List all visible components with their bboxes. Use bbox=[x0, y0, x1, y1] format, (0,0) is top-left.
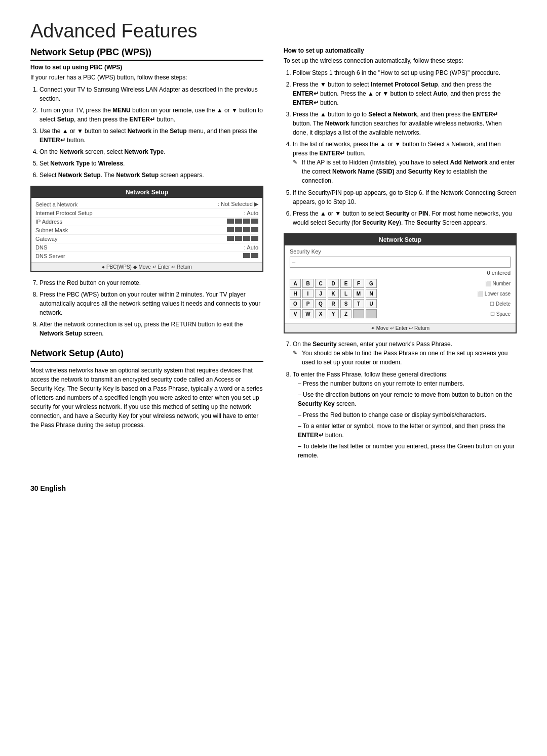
key-Q[interactable]: Q bbox=[315, 299, 326, 308]
keyboard-row-2: H I J K L M N ⬜ Lower case bbox=[290, 289, 511, 298]
security-box-footer: ✦ Move ↵ Enter ↩ Return bbox=[285, 323, 516, 332]
auto-step-8: To enter the Pass Phrase, follow these g… bbox=[293, 370, 517, 460]
auto-intro: To set up the wireless connection automa… bbox=[284, 56, 517, 65]
key-U[interactable]: U bbox=[366, 299, 377, 308]
key-Z[interactable]: Z bbox=[340, 309, 351, 318]
dash-instruction-3: Press the Red button to change case or d… bbox=[298, 410, 517, 419]
key-B[interactable]: B bbox=[302, 279, 314, 288]
auto-step-3: Press the ▲ button to go to Select a Net… bbox=[293, 110, 517, 137]
pbc-steps-list: Connect your TV to Samsung Wireless LAN … bbox=[30, 85, 263, 180]
dash-instruction-1: Press the number buttons on your remote … bbox=[298, 379, 517, 388]
security-key-label: Security Key bbox=[290, 248, 511, 255]
key-G[interactable]: G bbox=[366, 279, 377, 288]
auto-step-6: Press the ▲ or ▼ button to select Securi… bbox=[293, 209, 517, 227]
keyboard-row-3: O P Q R S T U ☐ Delete bbox=[290, 299, 511, 308]
key-J[interactable]: J bbox=[315, 289, 326, 298]
network-row-dns-server: DNS Server bbox=[35, 252, 258, 260]
section-title-pbc: Network Setup (PBC (WPS)) bbox=[30, 47, 263, 61]
pbc-step-7: Press the Red button on your remote. bbox=[40, 278, 263, 287]
key-K[interactable]: K bbox=[328, 289, 339, 298]
network-setup-box: Network Setup Select a Network : Not Sel… bbox=[30, 186, 263, 272]
key-C[interactable]: C bbox=[315, 279, 326, 288]
subsection-auto-title: How to set up automatically bbox=[284, 47, 517, 54]
key-L[interactable]: L bbox=[340, 289, 351, 298]
network-label-protocol: Internet Protocol Setup bbox=[35, 210, 106, 216]
network-row-subnet: Subnet Mask bbox=[35, 226, 258, 235]
page-number: 30 English bbox=[30, 484, 517, 492]
keyboard-row-1: A B C D E F G ⬜ Number bbox=[290, 279, 511, 288]
network-label-gateway: Gateway bbox=[35, 236, 106, 242]
key-O[interactable]: O bbox=[290, 299, 301, 308]
hint-space: ☐ Space bbox=[490, 311, 511, 317]
pbc-step-1: Connect your TV to Samsung Wireless LAN … bbox=[40, 85, 263, 103]
pbc-step-6: Select Network Setup. The Network Setup … bbox=[40, 171, 263, 180]
network-row-select: Select a Network : Not Selected ▶ bbox=[35, 200, 258, 209]
pbc-step-3: Use the ▲ or ▼ button to select Network … bbox=[40, 127, 263, 145]
key-T[interactable]: T bbox=[353, 299, 364, 308]
network-box-body: Select a Network : Not Selected ▶ Intern… bbox=[31, 198, 262, 262]
pbc-step-2: Turn on your TV, press the MENU button o… bbox=[40, 106, 263, 124]
network-row-gateway: Gateway bbox=[35, 235, 258, 243]
network-value-dns-server bbox=[243, 253, 258, 259]
auto-step-7: On the Security screen, enter your netwo… bbox=[293, 340, 517, 367]
network-box-footer: ● PBC(WPS) ◆ Move ↵ Enter ↩ Return bbox=[31, 262, 262, 271]
keyboard-grid: A B C D E F G ⬜ Number H I bbox=[290, 279, 511, 318]
auto-step-4: In the list of networks, press the ▲ or … bbox=[293, 140, 517, 185]
hint-number: ⬜ Number bbox=[485, 281, 511, 286]
network-row-ip: IP Address bbox=[35, 218, 258, 226]
key-blank-2[interactable] bbox=[366, 309, 377, 318]
key-V[interactable]: V bbox=[290, 309, 301, 318]
network-value-ip bbox=[227, 219, 258, 225]
auto-steps-list: Follow Steps 1 through 6 in the "How to … bbox=[284, 68, 517, 227]
network-box-header: Network Setup bbox=[31, 187, 262, 198]
key-blank-1[interactable] bbox=[353, 309, 364, 318]
key-E[interactable]: E bbox=[340, 279, 351, 288]
key-N[interactable]: N bbox=[366, 289, 377, 298]
key-group-3: O P Q R S T U bbox=[290, 299, 377, 308]
network-label-dns: DNS bbox=[35, 244, 106, 250]
note-passphrase: You should be able to find the Pass Phra… bbox=[293, 349, 517, 367]
network-value-protocol: : Auto bbox=[244, 210, 258, 216]
pbc-step-4: On the Network screen, select Network Ty… bbox=[40, 147, 263, 156]
key-P[interactable]: P bbox=[302, 299, 314, 308]
key-I[interactable]: I bbox=[302, 289, 314, 298]
auto-step-2: Press the ▼ button to select Internet Pr… bbox=[293, 80, 517, 107]
security-key-input-field: – bbox=[290, 257, 511, 268]
key-A[interactable]: A bbox=[290, 279, 301, 288]
key-X[interactable]: X bbox=[315, 309, 326, 318]
keyboard-row-4: V W X Y Z ☐ Space bbox=[290, 309, 511, 318]
left-column: Network Setup (PBC (WPS)) How to set up … bbox=[30, 47, 263, 464]
security-entered: 0 entered bbox=[290, 270, 511, 276]
key-S[interactable]: S bbox=[340, 299, 351, 308]
auto-step-1: Follow Steps 1 through 6 in the "How to … bbox=[293, 68, 517, 77]
key-F[interactable]: F bbox=[353, 279, 364, 288]
key-H[interactable]: H bbox=[290, 289, 301, 298]
network-label-subnet: Subnet Mask bbox=[35, 227, 106, 233]
key-D[interactable]: D bbox=[328, 279, 339, 288]
security-box-header: Network Setup bbox=[285, 234, 516, 245]
key-M[interactable]: M bbox=[353, 289, 364, 298]
key-W[interactable]: W bbox=[302, 309, 314, 318]
auto-body: Most wireless networks have an optional … bbox=[30, 366, 263, 430]
key-R[interactable]: R bbox=[328, 299, 339, 308]
network-value-dns: : Auto bbox=[244, 244, 258, 250]
key-Y[interactable]: Y bbox=[328, 309, 339, 318]
network-label-ip: IP Address bbox=[35, 219, 106, 225]
dash-instruction-5: To delete the last letter or number you … bbox=[298, 442, 517, 460]
subsection-pbc-title: How to set up using PBC (WPS) bbox=[30, 64, 263, 71]
auto-steps-post: On the Security screen, enter your netwo… bbox=[284, 340, 517, 460]
security-box-body: Security Key – 0 entered A B C D E F bbox=[285, 245, 516, 323]
page-title: Advanced Features bbox=[30, 20, 517, 42]
pbc-intro: If your router has a PBC (WPS) button, f… bbox=[30, 73, 263, 82]
network-label-dns-server: DNS Server bbox=[35, 253, 106, 259]
dash-instructions-list: Press the number buttons on your remote … bbox=[293, 379, 517, 460]
network-value-subnet bbox=[227, 227, 258, 233]
pbc-step-8: Press the PBC (WPS) button on your route… bbox=[40, 290, 263, 317]
key-group-4: V W X Y Z bbox=[290, 309, 377, 318]
security-key-box: Network Setup Security Key – 0 entered A… bbox=[284, 233, 517, 333]
network-row-protocol: Internet Protocol Setup : Auto bbox=[35, 209, 258, 218]
pbc-steps-cont: Press the Red button on your remote. Pre… bbox=[30, 278, 263, 338]
key-group-1: A B C D E F G bbox=[290, 279, 377, 288]
network-row-dns: DNS : Auto bbox=[35, 243, 258, 252]
key-group-2: H I J K L M N bbox=[290, 289, 377, 298]
